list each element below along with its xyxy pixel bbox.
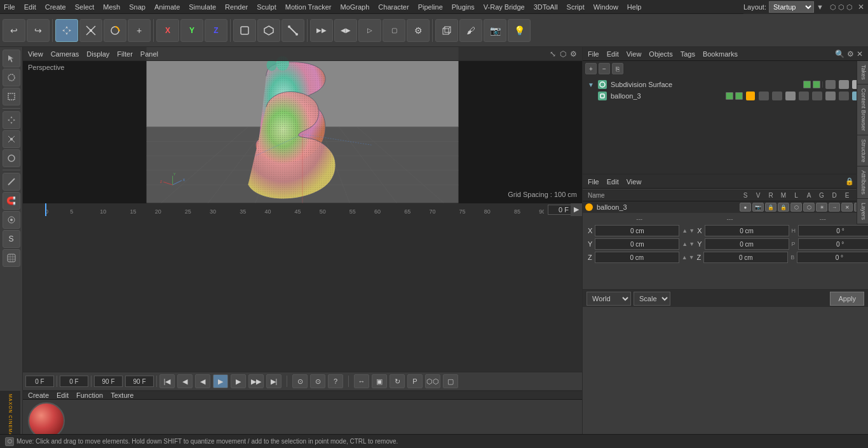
subd-cb-2[interactable] [813,81,820,88]
mat-menu-texture[interactable]: Texture [111,391,133,399]
animate-button[interactable]: ↻ [390,374,405,388]
subd-expand-icon[interactable]: ▼ [588,81,594,88]
obj-settings-icon[interactable]: ⚙ [847,50,854,58]
playback-end-frame-b[interactable] [125,376,154,387]
paint-sidebar[interactable]: S [3,230,20,248]
menu-render[interactable]: Render [225,3,248,11]
render-region-button[interactable]: ◀▶ [334,19,357,42]
vp-menu-panel[interactable]: Panel [140,50,158,58]
balloon3-cb-1[interactable] [726,92,733,100]
menu-pipeline[interactable]: Pipeline [418,3,443,11]
attr-icon-lock1[interactable]: 🔒 [765,203,776,212]
auto-key-button[interactable]: ⊙ [310,374,325,388]
balloon3-tag-2[interactable] [772,92,782,100]
menu-edit[interactable]: Edit [24,3,36,11]
rotate-sidebar[interactable] [3,149,20,167]
menu-animate[interactable]: Animate [154,3,180,11]
render-to-picture-button[interactable]: ▶▶ [310,19,333,42]
coord-z-arrow-dn[interactable]: ▼ [689,254,695,261]
project-button[interactable]: P [407,374,423,388]
menu-file[interactable]: File [4,3,15,11]
attr-menu-view[interactable]: View [627,178,642,186]
obj-menu-file[interactable]: File [588,50,599,58]
grid-button[interactable]: ⬡⬡ [425,374,440,388]
attr-icon-grid1[interactable]: ⬡ [790,203,802,212]
attr-menu-edit[interactable]: Edit [607,178,619,186]
menu-motion-tracker[interactable]: Motion Tracker [285,3,332,11]
attr-icon-arrow[interactable]: → [829,203,840,212]
jump-to-end-button[interactable]: ▶| [266,374,281,388]
menu-sculpt[interactable]: Sculpt [257,3,276,11]
step-forward-button[interactable]: ▶▶ [248,374,264,388]
far-tab-layers[interactable]: Layers [857,199,868,224]
attr-lock-icon[interactable]: 🔒 [845,177,854,186]
obj-menu-tags[interactable]: Tags [681,50,695,58]
vp-expand-icon[interactable]: ⤡ [550,50,556,58]
move-sidebar[interactable] [3,111,20,129]
playback-start-frame[interactable] [25,376,54,387]
y-axis-button[interactable]: Y [180,19,203,42]
duplicate-object-btn[interactable]: ⎘ [612,63,623,74]
x-axis-button[interactable]: X [156,19,179,42]
attr-icon-x[interactable]: ✕ [841,203,853,212]
menu-3dtoall[interactable]: 3DToAll [534,3,558,11]
coord-x-arrow-dn[interactable]: ▼ [689,227,695,234]
select-tool-sidebar[interactable] [3,50,20,67]
mat-menu-edit[interactable]: Edit [57,391,69,399]
play-button[interactable]: ▶ [213,374,228,388]
balloon3-item[interactable]: balloon_3 [585,90,865,102]
redo-button[interactable]: ↪ [27,19,50,42]
undo-button[interactable]: ↩ [3,19,25,42]
far-tab-structure[interactable]: Structure [857,135,868,167]
layout-close-icon[interactable]: ✕ [858,3,864,11]
obj-menu-objects[interactable]: Objects [649,50,672,58]
coord-y-arrow-up[interactable]: ▲ [682,241,688,247]
coord-y-arrow-dn[interactable]: ▼ [689,241,695,247]
object-mode-button[interactable] [233,19,256,42]
timeline-tracks[interactable] [23,216,582,372]
far-tab-takes[interactable]: Takes [857,61,868,85]
brush-tool-button[interactable]: 🖌 [459,19,482,42]
add-tool-button[interactable]: + [128,19,151,42]
obj-menu-bookmarks[interactable]: Bookmarks [703,50,738,58]
magnet-sidebar[interactable]: 🧲 [3,192,20,210]
selection-filter-button[interactable]: ▣ [372,374,387,388]
vp-menu-display[interactable]: Display [86,50,109,58]
coord-x-arrow-up[interactable]: ▲ [682,227,688,234]
vp-layout-icon[interactable]: ⬡ [560,50,566,58]
layout-expand-icon[interactable]: ▼ [817,3,824,11]
balloon3-tag-5[interactable] [812,92,822,100]
light-button[interactable]: 💡 [508,19,531,42]
coord-y-pos[interactable] [595,238,679,250]
menu-create[interactable]: Create [45,3,66,11]
playback-end-frame-a[interactable] [94,376,123,387]
smooth-sidebar[interactable] [3,249,20,267]
attr-icon-lock2[interactable]: 🔒 [778,203,789,212]
sculpt-sidebar[interactable] [3,211,20,229]
z-axis-button[interactable]: Z [205,19,227,42]
cube-display-button[interactable] [435,19,458,42]
render-settings-button[interactable]: ⚙ [407,19,430,42]
obj-close-icon[interactable]: ✕ [857,50,863,58]
balloon3-tag-6[interactable] [825,92,836,100]
coord-z-rot[interactable] [797,252,868,263]
menu-plugins[interactable]: Plugins [452,3,475,11]
balloon3-tag-1[interactable] [759,92,769,100]
far-tab-content-browser[interactable]: Content Browser [857,85,868,135]
interactive-render-button[interactable]: ▢ [383,19,405,42]
obj-menu-view[interactable]: View [627,50,642,58]
menu-script[interactable]: Script [567,3,585,11]
coord-x-size[interactable] [705,225,789,236]
subd-cb-1[interactable] [803,81,811,88]
timeline-arrow-button[interactable]: ▶ [571,203,582,216]
attr-menu-file[interactable]: File [588,178,599,186]
attr-icon-light[interactable]: ☀ [816,203,827,212]
balloon3-tag-4[interactable] [799,92,809,100]
viewport[interactable]: View Cameras Display Filter Panel ⤡ ⬡ ⚙ … [23,47,582,203]
world-select[interactable]: World Object Camera [587,292,631,306]
obj-attr-data-row[interactable]: balloon_3 ● 📷 🔒 🔒 ⬡ ⬡ ☀ → ✕ X [583,201,868,213]
coord-x-pos[interactable] [595,225,679,236]
balloon3-cb-2[interactable] [735,92,743,100]
playback-current-frame[interactable] [60,376,88,387]
scale-tool-button[interactable] [79,19,102,42]
